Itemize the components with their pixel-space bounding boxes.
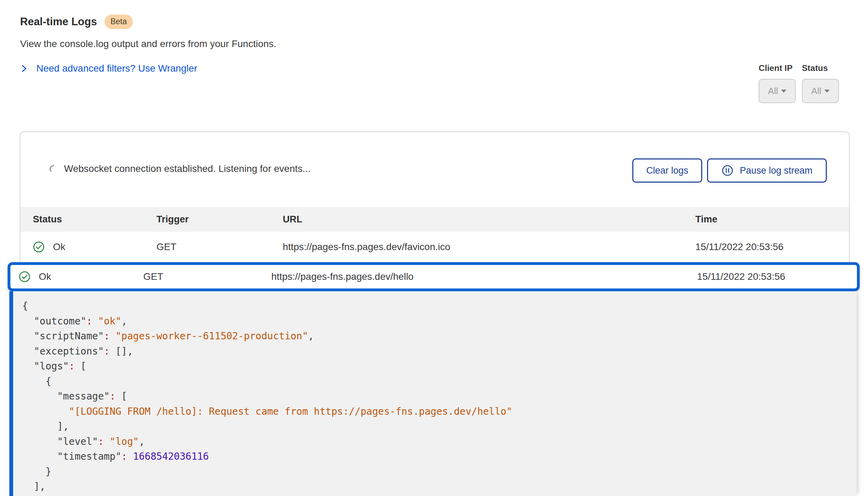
page-subtitle: View the console.log output and errors f… [20, 38, 276, 49]
log-status-text: Ok [53, 241, 65, 252]
page-title: Real-time Logs [20, 16, 97, 28]
pause-log-stream-button[interactable]: Pause log stream [707, 158, 827, 183]
page-header: Real-time Logs Beta View the console.log… [20, 15, 276, 74]
column-header-time: Time [695, 214, 849, 225]
chevron-right-icon [20, 64, 28, 73]
expanded-log-entry: Ok GET https://pages-fns.pages.dev/hello… [8, 262, 860, 496]
log-trigger: GET [156, 241, 283, 252]
client-ip-dropdown[interactable]: All [759, 79, 796, 103]
clear-logs-button[interactable]: Clear logs [632, 158, 702, 183]
status-dropdown-value: All [811, 86, 821, 97]
websocket-status: Websocket connection established. Listen… [49, 163, 310, 174]
beta-badge: Beta [105, 15, 133, 29]
log-detail-json: { "outcome": "ok", "scriptName": "pages-… [9, 291, 857, 496]
advanced-filters-link-label: Need advanced filters? Use Wrangler [36, 63, 197, 74]
filters-bar: Client IP All Status All [759, 63, 839, 103]
column-header-status: Status [33, 214, 156, 225]
table-header: Status Trigger URL Time [20, 207, 849, 232]
check-circle-icon [19, 271, 30, 283]
log-row[interactable]: Ok GET https://pages-fns.pages.dev/favic… [20, 232, 849, 262]
websocket-status-text: Websocket connection established. Listen… [64, 163, 310, 174]
log-row-selected[interactable]: Ok GET https://pages-fns.pages.dev/hello… [8, 262, 860, 291]
spinner-icon [49, 165, 57, 173]
caret-down-icon [824, 90, 830, 93]
clear-logs-label: Clear logs [646, 165, 688, 176]
caret-down-icon [781, 90, 786, 93]
column-header-url: URL [283, 214, 695, 225]
pause-log-stream-label: Pause log stream [740, 165, 812, 176]
client-ip-dropdown-value: All [768, 86, 778, 97]
client-ip-label: Client IP [759, 63, 793, 73]
log-status-text: Ok [39, 271, 51, 282]
advanced-filters-link[interactable]: Need advanced filters? Use Wrangler [20, 63, 197, 74]
log-time: 15/11/2022 20:53:56 [697, 271, 857, 282]
pause-icon [721, 164, 734, 177]
check-circle-icon [33, 241, 45, 253]
log-trigger: GET [143, 271, 271, 282]
status-dropdown[interactable]: All [802, 79, 839, 103]
json-log-output: { "outcome": "ok", "scriptName": "pages-… [22, 298, 857, 494]
log-time: 15/11/2022 20:53:56 [695, 241, 849, 252]
status-filter-label: Status [802, 63, 828, 73]
log-url: https://pages-fns.pages.dev/favicon.ico [283, 241, 695, 252]
column-header-trigger: Trigger [156, 214, 283, 225]
log-url: https://pages-fns.pages.dev/hello [271, 271, 697, 282]
